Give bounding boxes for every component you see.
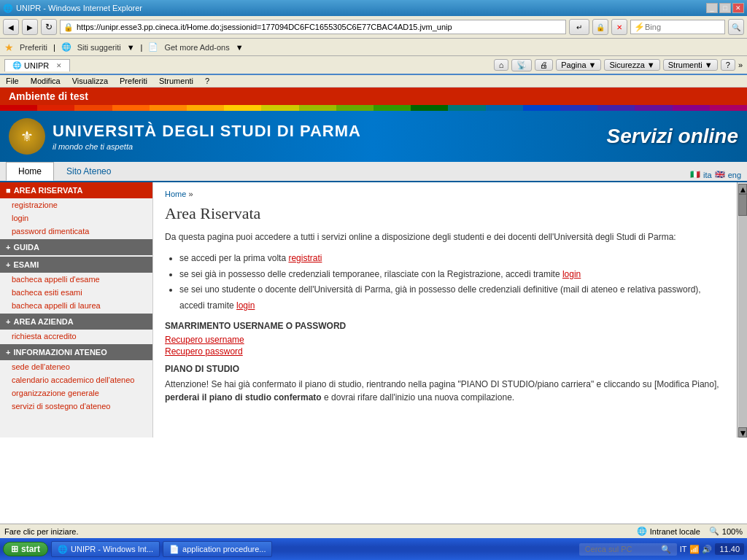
start-button[interactable]: ⊞ start xyxy=(3,542,48,556)
sidebar-link-login[interactable]: login xyxy=(0,211,152,225)
favorites-star-icon: ★ xyxy=(4,42,14,53)
lang-ita-link[interactable]: ita xyxy=(703,171,712,179)
search-submit-button[interactable]: 🔍 xyxy=(728,19,744,35)
sidebar-link-organizzazione[interactable]: organizzazione generale xyxy=(0,386,152,400)
sidebar-link-bacheca-esiti[interactable]: bacheca esiti esami xyxy=(0,286,152,299)
tab-home[interactable]: Home xyxy=(6,162,54,181)
refresh-button[interactable]: ↻ xyxy=(41,19,57,35)
list-item-1: se accedi per la prima volta registrati xyxy=(179,251,725,267)
page-icon: 📄 xyxy=(148,42,158,52)
favorites-button[interactable]: Preferiti xyxy=(20,43,47,52)
separator-2: | xyxy=(141,43,143,52)
taskbar-search-input[interactable] xyxy=(585,545,658,553)
scroll-thumb[interactable] xyxy=(738,194,747,216)
lang-eng-link[interactable]: eng xyxy=(728,171,741,179)
sidebar-link-calendario[interactable]: calendario accademico dell'ateneo xyxy=(0,373,152,386)
sidebar-link-bacheca-appelli[interactable]: bacheca appelli d'esame xyxy=(0,273,152,286)
link-login-1[interactable]: login xyxy=(562,269,581,279)
taskbar-btn-app[interactable]: 📄 application procedure... xyxy=(163,541,272,557)
expand-icon[interactable]: » xyxy=(738,61,743,69)
rss-btn[interactable]: 📡 xyxy=(511,59,532,71)
address-bar[interactable]: 🔒 xyxy=(60,20,566,34)
main-scrollbar[interactable]: ▲ ▼ xyxy=(737,182,747,438)
piano-text: Attenzione! Se hai già confermato il pia… xyxy=(165,378,725,404)
sidebar-section-title-area-azienda[interactable]: + AREA AZIENDA xyxy=(0,314,152,330)
link-registrati[interactable]: registrati xyxy=(288,253,322,263)
recupero-username-link[interactable]: Recupero username xyxy=(165,335,725,345)
test-env-bar: Ambiente di test xyxy=(0,88,747,105)
scroll-down-button[interactable]: ▼ xyxy=(738,427,747,438)
maximize-button[interactable]: □ xyxy=(719,3,731,13)
area-azienda-expand-icon: + xyxy=(6,317,10,326)
site-header: ⚜ UNIVERSITÀ DEGLI STUDI DI PARMA il mon… xyxy=(0,111,747,162)
scroll-up-button[interactable]: ▲ xyxy=(738,184,747,194)
servizi-online: Servizi online xyxy=(607,125,739,148)
taskbar-search-icon: 🔍 xyxy=(661,545,671,554)
dropdown-icon-addons[interactable]: ▼ xyxy=(236,43,244,52)
uni-crest: ⚜ xyxy=(9,118,45,155)
print-btn[interactable]: 🖨 xyxy=(535,59,553,71)
menu-strumenti[interactable]: Strumenti xyxy=(159,77,193,85)
menu-file[interactable]: File xyxy=(6,77,19,85)
tab-bar: 🌐 UNIPR ✕ ⌂ 📡 🖨 Pagina ▼ Sicurezza ▼ Str… xyxy=(0,56,747,75)
sidebar-link-sede[interactable]: sede dell'ateneo xyxy=(0,360,152,373)
minimize-button[interactable]: _ xyxy=(706,3,718,13)
menu-modifica[interactable]: Modifica xyxy=(31,77,61,85)
zone-label: Intranet locale xyxy=(650,527,700,536)
windows-logo-icon: ⊞ xyxy=(11,544,18,554)
menu-preferiti[interactable]: Preferiti xyxy=(120,77,147,85)
sidebar-section-title-esami[interactable]: + ESAMI xyxy=(0,257,152,273)
content-wrapper: ■ AREA RISERVATA registrazione login pas… xyxy=(0,182,747,438)
strumenti-btn[interactable]: Strumenti ▼ xyxy=(663,59,718,71)
close-button[interactable]: ✕ xyxy=(732,3,744,13)
taskbar-search[interactable]: 🔍 xyxy=(579,543,677,556)
menu-help[interactable]: ? xyxy=(205,77,209,85)
taskbar-icons: 📶 🔊 xyxy=(689,545,712,554)
menu-bar: File Modifica Visualizza Preferiti Strum… xyxy=(0,75,747,88)
link-login-2[interactable]: login xyxy=(236,300,255,311)
sidebar-section-info-ateneo: + INFORMAZIONI ATENEO sede dell'ateneo c… xyxy=(0,344,152,413)
home-toolbar-btn[interactable]: ⌂ xyxy=(494,59,509,71)
go-button[interactable]: ↵ xyxy=(569,19,589,35)
dropdown-icon-siti[interactable]: ▼ xyxy=(127,43,135,52)
sidebar-section-esami: + ESAMI bacheca appelli d'esame bacheca … xyxy=(0,257,152,312)
browser-icon: 🌐 xyxy=(3,4,13,13)
taskbar-clock: 11.40 xyxy=(715,543,744,555)
siti-suggeriti-button[interactable]: Siti suggeriti xyxy=(77,43,121,52)
sidebar-link-registrazione[interactable]: registrazione xyxy=(0,198,152,211)
intro-text: Da questa pagina puoi accedere a tutti i… xyxy=(165,230,725,244)
tab-icon: 🌐 xyxy=(12,61,21,69)
sidebar-link-bacheca-laurea[interactable]: bacheca appelli di laurea xyxy=(0,299,152,312)
search-bar[interactable]: ⚡ xyxy=(630,20,725,34)
taskbar-btn-ie[interactable]: 🌐 UNIPR - Windows Int... xyxy=(51,541,160,557)
separator-1: | xyxy=(53,43,55,52)
sidebar-link-richiesta[interactable]: richiesta accredito xyxy=(0,330,152,343)
help-btn[interactable]: ? xyxy=(721,59,735,71)
sidebar-section-title-guida[interactable]: + GUIDA xyxy=(0,239,152,255)
page-btn[interactable]: Pagina ▼ xyxy=(556,59,601,71)
taskbar-app-label: application procedure... xyxy=(182,545,266,553)
address-input[interactable] xyxy=(77,23,562,31)
security-btn[interactable]: Sicurezza ▼ xyxy=(604,59,659,71)
sidebar-section-title-area-riservata[interactable]: ■ AREA RISERVATA xyxy=(0,182,152,198)
sidebar-link-servizi-sostegno[interactable]: servizi di sostegno d'ateneo xyxy=(0,400,152,413)
sidebar-section-title-info-ateneo[interactable]: + INFORMAZIONI ATENEO xyxy=(0,344,152,360)
sidebar-link-password[interactable]: password dimenticata xyxy=(0,225,152,238)
nav-toolbar: ◀ ▶ ↻ 🔒 ↵ 🔒 ✕ ⚡ 🔍 xyxy=(0,16,747,39)
browser-tab[interactable]: 🌐 UNIPR ✕ xyxy=(4,59,70,71)
addons-button[interactable]: Get more Add-ons xyxy=(164,43,229,52)
zoom-icon: 🔍 xyxy=(709,526,719,536)
list-item-1-text: se accedi per la prima volta xyxy=(179,253,288,263)
breadcrumb-home[interactable]: Home xyxy=(165,190,186,198)
breadcrumb: Home » xyxy=(165,190,725,198)
tab-sito-ateneo[interactable]: Sito Ateneo xyxy=(54,162,123,181)
test-env-label: Ambiente di test xyxy=(9,90,88,102)
recupero-password-link[interactable]: Recupero password xyxy=(165,346,725,357)
menu-visualizza[interactable]: Visualizza xyxy=(72,77,108,85)
back-button[interactable]: ◀ xyxy=(3,19,19,35)
stop-button[interactable]: ✕ xyxy=(611,19,627,35)
flag-eng: 🇬🇧 xyxy=(715,170,725,179)
taskbar-ie-label: UNIPR - Windows Int... xyxy=(71,545,153,553)
forward-button[interactable]: ▶ xyxy=(22,19,38,35)
tab-close-icon[interactable]: ✕ xyxy=(56,62,62,69)
